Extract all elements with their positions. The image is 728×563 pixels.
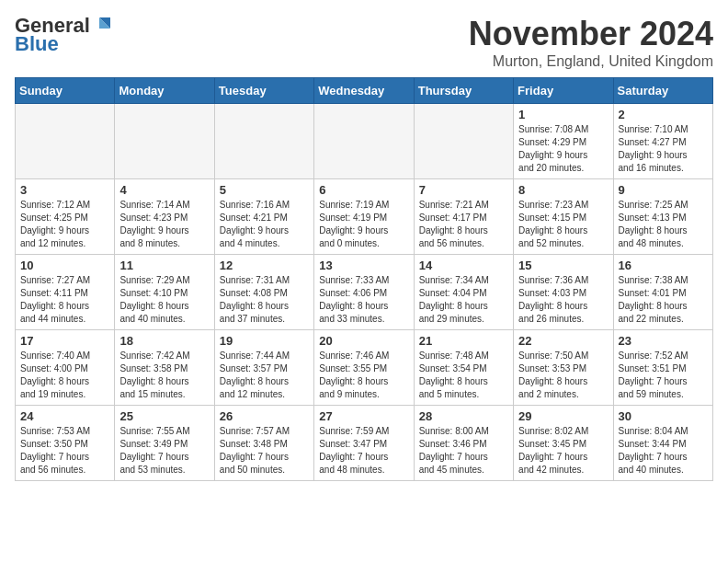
day-info: Sunrise: 7:57 AM Sunset: 3:48 PM Dayligh… [220, 425, 309, 477]
day-info: Sunrise: 7:36 AM Sunset: 4:03 PM Dayligh… [518, 274, 608, 326]
day-info: Sunrise: 7:16 AM Sunset: 4:21 PM Dayligh… [220, 199, 309, 250]
day-info: Sunrise: 7:44 AM Sunset: 3:57 PM Dayligh… [220, 350, 309, 401]
day-number: 18 [119, 334, 209, 348]
day-info: Sunrise: 7:53 AM Sunset: 3:50 PM Dayligh… [20, 425, 109, 477]
calendar-cell: 24Sunrise: 7:53 AM Sunset: 3:50 PM Dayli… [16, 406, 115, 481]
day-info: Sunrise: 8:02 AM Sunset: 3:45 PM Dayligh… [518, 425, 608, 477]
calendar-cell: 25Sunrise: 7:55 AM Sunset: 3:49 PM Dayli… [115, 406, 214, 481]
day-number: 1 [518, 108, 608, 121]
weekday-header-thursday: Thursday [414, 78, 513, 104]
day-info: Sunrise: 7:29 AM Sunset: 4:10 PM Dayligh… [119, 274, 209, 326]
day-number: 5 [220, 183, 309, 197]
day-info: Sunrise: 7:14 AM Sunset: 4:23 PM Dayligh… [119, 199, 209, 250]
day-number: 11 [119, 259, 209, 272]
day-info: Sunrise: 7:55 AM Sunset: 3:49 PM Dayligh… [119, 425, 209, 477]
weekday-header-row: SundayMondayTuesdayWednesdayThursdayFrid… [16, 78, 713, 104]
calendar-cell: 9Sunrise: 7:25 AM Sunset: 4:13 PM Daylig… [613, 179, 712, 255]
calendar-cell: 11Sunrise: 7:29 AM Sunset: 4:10 PM Dayli… [115, 255, 214, 330]
day-info: Sunrise: 7:27 AM Sunset: 4:11 PM Dayligh… [20, 274, 109, 326]
day-info: Sunrise: 7:08 AM Sunset: 4:29 PM Dayligh… [518, 123, 608, 175]
day-info: Sunrise: 7:10 AM Sunset: 4:27 PM Dayligh… [619, 123, 708, 175]
calendar-cell: 23Sunrise: 7:52 AM Sunset: 3:51 PM Dayli… [613, 330, 712, 406]
calendar-cell: 14Sunrise: 7:34 AM Sunset: 4:04 PM Dayli… [414, 255, 513, 330]
calendar-cell: 7Sunrise: 7:21 AM Sunset: 4:17 PM Daylig… [414, 179, 513, 255]
calendar-cell: 20Sunrise: 7:46 AM Sunset: 3:55 PM Dayli… [314, 330, 414, 406]
calendar-cell: 8Sunrise: 7:23 AM Sunset: 4:15 PM Daylig… [514, 179, 613, 255]
calendar-cell: 15Sunrise: 7:36 AM Sunset: 4:03 PM Dayli… [514, 255, 613, 330]
calendar-cell [414, 104, 513, 179]
calendar-cell: 18Sunrise: 7:42 AM Sunset: 3:58 PM Dayli… [115, 330, 214, 406]
calendar-cell: 21Sunrise: 7:48 AM Sunset: 3:54 PM Dayli… [414, 330, 513, 406]
logo: General Blue [15, 15, 112, 55]
logo-line2: Blue [15, 33, 59, 55]
week-row-2: 3Sunrise: 7:12 AM Sunset: 4:25 PM Daylig… [16, 179, 713, 255]
day-number: 22 [518, 334, 608, 348]
day-number: 24 [20, 409, 109, 423]
calendar-cell: 27Sunrise: 7:59 AM Sunset: 3:47 PM Dayli… [314, 406, 414, 481]
page-header: General Blue November 2024 Murton, Engla… [15, 15, 713, 70]
day-info: Sunrise: 7:59 AM Sunset: 3:47 PM Dayligh… [319, 425, 408, 477]
day-number: 7 [419, 183, 508, 197]
day-number: 13 [319, 259, 408, 272]
week-row-4: 17Sunrise: 7:40 AM Sunset: 4:00 PM Dayli… [16, 330, 713, 406]
calendar-cell: 2Sunrise: 7:10 AM Sunset: 4:27 PM Daylig… [613, 104, 712, 179]
day-number: 25 [119, 409, 209, 423]
calendar-cell [115, 104, 214, 179]
week-row-3: 10Sunrise: 7:27 AM Sunset: 4:11 PM Dayli… [16, 255, 713, 330]
day-info: Sunrise: 7:52 AM Sunset: 3:51 PM Dayligh… [619, 350, 708, 401]
day-number: 14 [419, 259, 508, 272]
day-number: 10 [20, 259, 109, 272]
calendar-cell: 22Sunrise: 7:50 AM Sunset: 3:53 PM Dayli… [514, 330, 613, 406]
day-info: Sunrise: 8:00 AM Sunset: 3:46 PM Dayligh… [419, 425, 508, 477]
calendar-cell [214, 104, 313, 179]
day-number: 21 [419, 334, 508, 348]
weekday-header-monday: Monday [115, 78, 214, 104]
day-info: Sunrise: 7:25 AM Sunset: 4:13 PM Dayligh… [619, 199, 708, 250]
day-info: Sunrise: 7:12 AM Sunset: 4:25 PM Dayligh… [20, 199, 109, 250]
day-number: 26 [220, 409, 309, 423]
calendar-cell: 30Sunrise: 8:04 AM Sunset: 3:44 PM Dayli… [613, 406, 712, 481]
week-row-1: 1Sunrise: 7:08 AM Sunset: 4:29 PM Daylig… [16, 104, 713, 179]
day-number: 29 [518, 409, 608, 423]
day-info: Sunrise: 7:34 AM Sunset: 4:04 PM Dayligh… [419, 274, 508, 326]
day-number: 23 [619, 334, 708, 348]
day-info: Sunrise: 7:50 AM Sunset: 3:53 PM Dayligh… [518, 350, 608, 401]
weekday-header-tuesday: Tuesday [214, 78, 313, 104]
day-info: Sunrise: 7:21 AM Sunset: 4:17 PM Dayligh… [419, 199, 508, 250]
calendar-cell: 26Sunrise: 7:57 AM Sunset: 3:48 PM Dayli… [214, 406, 313, 481]
day-number: 3 [20, 183, 109, 197]
day-info: Sunrise: 7:42 AM Sunset: 3:58 PM Dayligh… [119, 350, 209, 401]
weekday-header-friday: Friday [514, 78, 613, 104]
day-number: 16 [619, 259, 708, 272]
calendar-cell: 5Sunrise: 7:16 AM Sunset: 4:21 PM Daylig… [214, 179, 313, 255]
calendar-cell: 19Sunrise: 7:44 AM Sunset: 3:57 PM Dayli… [214, 330, 313, 406]
calendar-cell: 4Sunrise: 7:14 AM Sunset: 4:23 PM Daylig… [115, 179, 214, 255]
calendar-cell [16, 104, 115, 179]
week-row-5: 24Sunrise: 7:53 AM Sunset: 3:50 PM Dayli… [16, 406, 713, 481]
calendar-cell: 28Sunrise: 8:00 AM Sunset: 3:46 PM Dayli… [414, 406, 513, 481]
calendar-cell: 1Sunrise: 7:08 AM Sunset: 4:29 PM Daylig… [514, 104, 613, 179]
day-number: 19 [220, 334, 309, 348]
day-info: Sunrise: 7:31 AM Sunset: 4:08 PM Dayligh… [220, 274, 309, 326]
day-number: 9 [619, 183, 708, 197]
weekday-header-wednesday: Wednesday [314, 78, 414, 104]
day-info: Sunrise: 7:23 AM Sunset: 4:15 PM Dayligh… [518, 199, 608, 250]
calendar-cell: 29Sunrise: 8:02 AM Sunset: 3:45 PM Dayli… [514, 406, 613, 481]
calendar-cell: 16Sunrise: 7:38 AM Sunset: 4:01 PM Dayli… [613, 255, 712, 330]
day-info: Sunrise: 7:33 AM Sunset: 4:06 PM Dayligh… [319, 274, 408, 326]
day-number: 17 [20, 334, 109, 348]
day-number: 28 [419, 409, 508, 423]
calendar-cell [314, 104, 414, 179]
title-block: November 2024 Murton, England, United Ki… [469, 15, 713, 70]
day-info: Sunrise: 7:46 AM Sunset: 3:55 PM Dayligh… [319, 350, 408, 401]
day-number: 27 [319, 409, 408, 423]
weekday-header-sunday: Sunday [16, 78, 115, 104]
day-number: 30 [619, 409, 708, 423]
day-number: 12 [220, 259, 309, 272]
day-info: Sunrise: 7:40 AM Sunset: 4:00 PM Dayligh… [20, 350, 109, 401]
subtitle: Murton, England, United Kingdom [469, 53, 713, 70]
day-number: 20 [319, 334, 408, 348]
calendar-cell: 6Sunrise: 7:19 AM Sunset: 4:19 PM Daylig… [314, 179, 414, 255]
day-number: 15 [518, 259, 608, 272]
weekday-header-saturday: Saturday [613, 78, 712, 104]
